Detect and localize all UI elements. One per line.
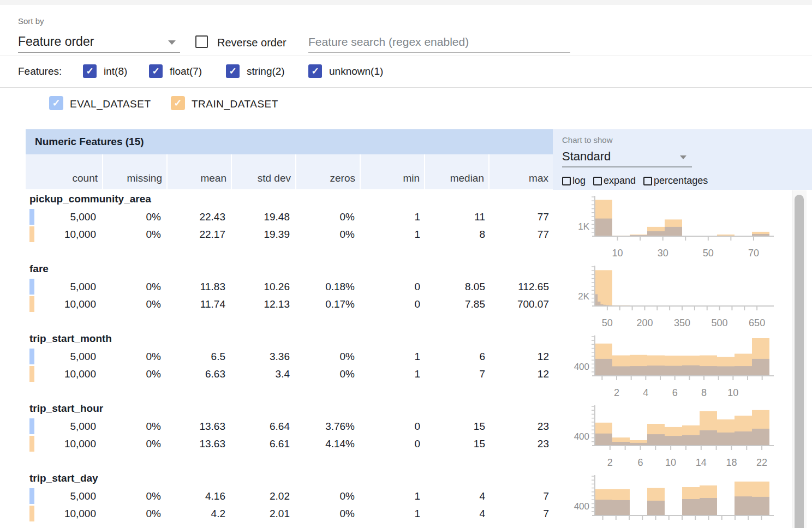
hist-bar-eval_dataset: [665, 436, 682, 446]
stat-count: 10,000: [25, 365, 96, 383]
x-axis-tick-label: 2: [614, 387, 619, 398]
x-axis-tick-label: 350: [674, 317, 690, 328]
feature-type-filter-row: Features: ✓int(8)✓float(7)✓string(2)✓unk…: [0, 57, 812, 88]
dataset-checkbox-train_dataset[interactable]: ✓: [171, 96, 185, 110]
hist-bar-eval_dataset: [682, 499, 700, 515]
vertical-scrollbar-track[interactable]: [792, 190, 807, 528]
stat-zeros: 4.14%: [284, 435, 355, 453]
y-axis-label: 2K: [578, 291, 589, 302]
feature-name: trip_start_day: [29, 472, 98, 484]
stat-max: 23: [478, 418, 549, 435]
stat-std-dev: 6.64: [219, 418, 290, 435]
stat-median: 15: [414, 435, 485, 453]
x-axis-tick-label: 650: [749, 317, 765, 328]
stat-min: 0: [349, 278, 420, 296]
stat-zeros: 0%: [284, 488, 355, 505]
stat-min: 0: [349, 296, 420, 313]
column-header-std-dev: std dev: [232, 154, 295, 189]
chart-type-dropdown[interactable]: Standard: [562, 148, 692, 167]
hist-bar-eval_dataset: [752, 429, 769, 446]
chart-option-expand: expand: [593, 175, 636, 187]
stat-min: 1: [349, 348, 420, 365]
hist-bar-eval_dataset: [612, 442, 630, 446]
feature-search-input[interactable]: [308, 31, 570, 52]
chart-option-checkbox-percentages[interactable]: [643, 177, 652, 185]
stat-min: 1: [349, 365, 420, 383]
stat-min: 1: [349, 208, 420, 226]
histogram-trip_start_day: 400: [553, 470, 793, 528]
filter-checkbox-int[interactable]: ✓: [83, 64, 97, 78]
stat-max: 7: [478, 488, 549, 505]
filter-checkbox-string[interactable]: ✓: [226, 64, 240, 78]
filter-item-label: unknown(1): [329, 65, 383, 77]
stat-zeros: 0%: [284, 505, 355, 523]
filter-checkbox-unknown[interactable]: ✓: [308, 64, 322, 78]
column-header-count: count: [26, 154, 102, 189]
stat-median: 6: [414, 348, 485, 365]
x-axis-tick-label: 50: [602, 317, 613, 328]
stat-median: 7: [414, 365, 485, 383]
stat-missing: 0%: [90, 226, 161, 243]
chart-option-checkbox-expand[interactable]: [593, 177, 602, 185]
chart-option-label: expand: [604, 175, 636, 187]
stat-zeros: 0%: [284, 348, 355, 365]
stat-count: 10,000: [25, 505, 96, 523]
stat-median: 11: [414, 208, 485, 226]
stat-max: 23: [478, 435, 549, 453]
stat-min: 0: [349, 435, 420, 453]
chart-option-label: percentages: [654, 175, 708, 187]
dataset-label: TRAIN_DATASET: [192, 98, 278, 110]
feature-row-pickup_community_area: pickup_community_area5,0000%22.4319.480%…: [26, 191, 553, 261]
stat-mean: 11.74: [154, 296, 225, 313]
stat-std-dev: 2.02: [219, 488, 290, 505]
hist-bar-eval_dataset: [735, 496, 752, 515]
hist-bar-eval_dataset: [630, 366, 647, 376]
feature-row-fare: fare5,0000%11.8310.260.18%08.05112.6510,…: [26, 261, 553, 331]
stat-zeros: 0%: [284, 226, 355, 243]
top-strip: [0, 0, 812, 5]
hist-bar-eval_dataset: [735, 431, 752, 446]
stat-missing: 0%: [90, 488, 161, 505]
histogram-fare: 2K50200350500650: [553, 261, 793, 331]
numeric-features-title: Numeric Features (15): [26, 136, 144, 148]
stats-column-header-row: countmissingmeanstd devzerosminmedianmax: [26, 154, 553, 189]
chart-type-value: Standard: [562, 149, 611, 163]
stat-missing: 0%: [90, 365, 161, 383]
stat-mean: 4.2: [154, 505, 225, 523]
chart-option-percentages: percentages: [643, 175, 708, 187]
stat-std-dev: 10.26: [219, 278, 290, 296]
stat-count: 10,000: [25, 226, 96, 243]
chart-option-log: log: [562, 175, 586, 187]
column-header-mean: mean: [168, 154, 231, 189]
sort-by-dropdown[interactable]: Feature order: [18, 31, 180, 53]
histogram-pickup_community_area: 1K10305070: [553, 191, 793, 261]
hist-bar-eval_dataset: [595, 500, 612, 515]
histogram-svg-trip_start_month: 400246810: [553, 331, 793, 400]
stat-max: 112.65: [478, 278, 549, 296]
filter-checkbox-float[interactable]: ✓: [149, 64, 163, 78]
x-axis-tick-label: 18: [726, 457, 737, 468]
stat-std-dev: 19.48: [219, 208, 290, 226]
x-axis-tick-label: 6: [672, 387, 678, 398]
hist-bar-eval_dataset: [700, 430, 717, 446]
feature-row-trip_start_month: trip_start_month5,0000%6.53.360%161210,0…: [26, 331, 553, 400]
chart-option-checkbox-log[interactable]: [562, 177, 571, 185]
stat-missing: 0%: [90, 435, 161, 453]
feature-row-trip_start_day: trip_start_day5,0000%4.162.020%14710,000…: [26, 470, 553, 528]
x-axis-tick-label: 70: [748, 248, 759, 259]
feature-name: pickup_community_area: [29, 193, 151, 205]
sort-search-toolbar: Sort by Feature order Reverse order: [0, 5, 812, 56]
histogram-svg-trip_start_hour: 4002610141822: [553, 400, 793, 470]
histogram-svg-fare: 2K50200350500650: [553, 261, 793, 331]
histogram-trip_start_month: 400246810: [553, 331, 793, 400]
stat-std-dev: 6.61: [219, 435, 290, 453]
hist-bar-eval_dataset: [665, 227, 682, 236]
filter-item-label: float(7): [170, 65, 202, 77]
stat-std-dev: 12.13: [219, 296, 290, 313]
stat-median: 15: [414, 418, 485, 435]
vertical-scrollbar-thumb[interactable]: [795, 195, 804, 528]
dataset-checkbox-eval_dataset[interactable]: ✓: [49, 96, 63, 110]
stat-std-dev: 19.39: [219, 226, 290, 243]
reverse-order-checkbox[interactable]: [195, 35, 208, 48]
x-axis-tick-label: 10: [727, 387, 738, 398]
